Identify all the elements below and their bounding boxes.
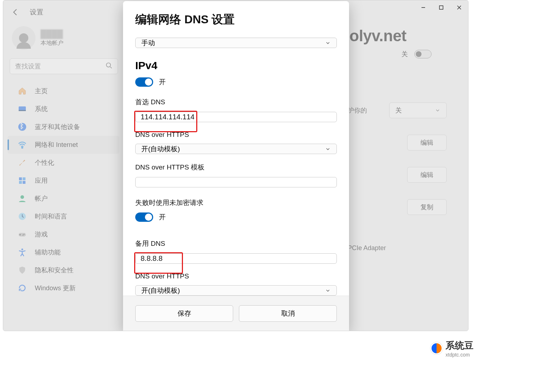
chevron-down-icon [325, 40, 331, 46]
search-icon [105, 62, 113, 71]
nav-label: 辅助功能 [35, 248, 61, 257]
nav-time[interactable]: 时间和语言 [8, 207, 119, 225]
settings-window: 设置 ████ 本地帐户 查找设置 主页 [3, 0, 468, 331]
avatar [12, 26, 36, 50]
bluetooth-icon [18, 122, 27, 132]
svg-point-14 [22, 249, 23, 250]
nav-personalize[interactable]: 个性化 [8, 154, 119, 172]
back-button[interactable] [11, 8, 20, 16]
nav-system[interactable]: 系统 [8, 100, 119, 118]
bg-copy-button[interactable]: 复制 [407, 199, 447, 215]
bg-edit-button-2[interactable]: 编辑 [407, 167, 447, 183]
nav-bluetooth[interactable]: 蓝牙和其他设备 [8, 118, 119, 136]
close-button[interactable] [450, 0, 468, 15]
toggle-off[interactable] [414, 50, 432, 58]
clock-icon [18, 212, 27, 221]
nav-label: 游戏 [35, 230, 48, 239]
minimize-button[interactable] [414, 0, 432, 15]
search-input[interactable]: 查找设置 [10, 58, 118, 74]
app-title: 设置 [30, 8, 43, 17]
nav-home[interactable]: 主页 [8, 82, 119, 100]
nav-label: 蓝牙和其他设备 [35, 123, 80, 131]
svg-point-9 [20, 195, 24, 199]
fallback-toggle-label: 开 [159, 212, 166, 222]
nav-label: 时间和语言 [35, 212, 67, 221]
ipv4-toggle-label: 开 [159, 77, 166, 87]
preferred-dns-value: 114.114.114.114 [141, 113, 194, 121]
background-content: olyv.net [349, 27, 468, 45]
nav-label: 个性化 [35, 158, 54, 167]
cancel-button[interactable]: 取消 [239, 305, 337, 322]
chevron-down-icon [325, 146, 331, 152]
doh-select-1-value: 开(自动模板) [141, 144, 180, 154]
shield-icon [18, 266, 27, 275]
svg-rect-15 [439, 6, 443, 9]
update-icon [18, 283, 27, 293]
fallback-toggle[interactable] [135, 212, 153, 222]
doh-select-1[interactable]: 开(自动模板) [135, 144, 337, 154]
nav-network[interactable]: 网络和 Internet [8, 136, 119, 154]
preferred-dns-input[interactable]: 114.114.114.114 [135, 112, 337, 122]
gamepad-icon [18, 230, 27, 239]
bg-edit-button-1[interactable]: 编辑 [407, 135, 447, 150]
svg-rect-7 [19, 181, 22, 184]
bg-toggle-row: 关 [401, 50, 432, 58]
maximize-button[interactable] [432, 0, 450, 15]
profile-block[interactable]: ████ 本地帐户 [3, 23, 122, 56]
nav-label: 网络和 Internet [35, 140, 78, 149]
nav-apps[interactable]: 应用 [8, 172, 119, 190]
dialog-title: 编辑网络 DNS 设置 [135, 12, 337, 28]
bg-detail-block: 护你的 关 编辑 编辑 复制 PCIe Adapter [348, 102, 447, 252]
svg-rect-6 [23, 177, 25, 180]
ipv4-toggle[interactable] [135, 77, 153, 87]
doh-template-input[interactable] [135, 177, 337, 187]
svg-point-12 [24, 234, 25, 235]
doh-label-2: DNS over HTTPS [135, 272, 337, 280]
chevron-down-icon [435, 107, 441, 113]
nav-list: 主页 系统 蓝牙和其他设备 网络和 Internet 个性化 应用 [3, 82, 122, 297]
alt-dns-label: 备用 DNS [135, 239, 337, 248]
watermark-brand: 系统豆 [446, 339, 474, 352]
toggle-off-label: 关 [401, 50, 408, 58]
dns-settings-dialog: 编辑网络 DNS 设置 手动 IPv4 开 首选 DNS 114.114.114… [123, 1, 349, 331]
chevron-down-icon [325, 288, 331, 293]
svg-point-4 [22, 147, 23, 148]
nav-privacy[interactable]: 隐私和安全性 [8, 261, 119, 279]
doh-label-1: DNS over HTTPS [135, 131, 337, 139]
wifi-icon [18, 140, 27, 149]
system-icon [18, 104, 27, 114]
profile-name: ████ [41, 29, 63, 39]
watermark: 系统豆 xtdptc.com [430, 315, 544, 381]
save-button[interactable]: 保存 [135, 305, 233, 322]
mode-select-value: 手动 [141, 38, 155, 48]
doh-select-2[interactable]: 开(自动模板) [135, 285, 337, 296]
nav-label: 隐私和安全性 [35, 266, 74, 274]
nav-label: Windows 更新 [35, 284, 76, 292]
sidebar: 设置 ████ 本地帐户 查找设置 主页 [3, 0, 122, 331]
nav-update[interactable]: Windows 更新 [8, 279, 119, 297]
nav-gaming[interactable]: 游戏 [8, 225, 119, 243]
watermark-url: xtdptc.com [446, 352, 474, 358]
ipv4-heading: IPv4 [135, 59, 337, 72]
svg-point-0 [107, 63, 111, 67]
search-container: 查找设置 [10, 58, 118, 74]
bg-select-off[interactable]: 关 [389, 102, 447, 118]
apps-icon [18, 176, 27, 185]
page-heading-fragment: olyv.net [349, 27, 468, 45]
svg-rect-5 [19, 177, 22, 180]
dialog-footer: 保存 取消 [123, 296, 349, 331]
doh-select-2-value: 开(自动模板) [141, 286, 180, 295]
accessibility-icon [18, 248, 27, 257]
search-placeholder: 查找设置 [15, 62, 41, 71]
svg-point-13 [23, 235, 24, 236]
nav-accessibility[interactable]: 辅助功能 [8, 243, 119, 261]
person-icon [18, 194, 27, 203]
nav-accounts[interactable]: 帐户 [8, 190, 119, 207]
preferred-dns-label: 首选 DNS [135, 97, 337, 107]
alt-dns-input[interactable]: 8.8.8.8 [135, 253, 337, 264]
window-controls [414, 0, 468, 15]
mode-select[interactable]: 手动 [135, 38, 337, 48]
watermark-logo-icon [430, 342, 443, 354]
brush-icon [18, 158, 27, 167]
fallback-label: 失败时使用未加密请求 [135, 198, 337, 207]
